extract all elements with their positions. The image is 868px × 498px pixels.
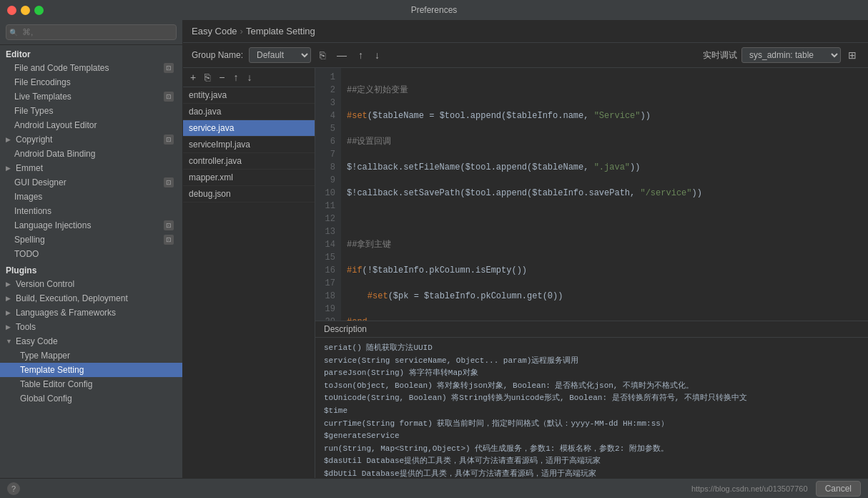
sidebar-item-file-types[interactable]: File Types	[0, 104, 182, 118]
template-item-service[interactable]: service.java	[183, 120, 315, 137]
minimize-button[interactable]	[21, 6, 30, 15]
realtime-select[interactable]: sys_admin: table	[741, 47, 841, 63]
description-area: Description seriat() 随机获取方法UUID service(…	[315, 321, 868, 478]
emmet-label: Emmet	[16, 163, 43, 173]
tools-label: Tools	[16, 322, 36, 332]
move-down-button[interactable]: ↓	[372, 48, 383, 62]
vc-arrow: ▶	[6, 280, 13, 288]
file-code-templates-indicator: ⊡	[164, 63, 174, 73]
realtime-action-button[interactable]: ⊞	[845, 48, 859, 62]
template-item-debug[interactable]: debug.json	[183, 186, 315, 202]
split-panel: + ⎘ − ↑ ↓ entity.java dao.java service.j…	[183, 68, 868, 478]
sidebar-item-template-setting[interactable]: Template Setting	[0, 363, 182, 377]
group-select[interactable]: Default	[249, 47, 311, 63]
gui-designer-indicator: ⊡	[164, 177, 174, 187]
sidebar-item-android-layout-editor[interactable]: Android Layout Editor	[0, 118, 182, 132]
breadcrumb: Easy Code › Template Setting	[183, 20, 868, 43]
sidebar-item-table-editor-config[interactable]: Table Editor Config	[0, 377, 182, 391]
code-editor[interactable]: 12345 678910 1112131415 1617181920 2122 …	[315, 68, 868, 321]
search-input[interactable]	[6, 24, 177, 40]
code-content: ##定义初始变量 #set($tableName = $tool.append(…	[341, 68, 868, 321]
ec-arrow: ▼	[6, 338, 13, 345]
sidebar-item-global-config[interactable]: Global Config	[0, 391, 182, 406]
desc-line-3: parseJson(String) 将字符串转Map对象	[324, 367, 859, 380]
desc-line-7: currTime(String format) 获取当前时间，指定时间格式（默认…	[324, 418, 859, 431]
language-injections-label: Language Injections	[14, 220, 91, 230]
template-item-serviceimpl[interactable]: serviceImpl.java	[183, 137, 315, 153]
sidebar-item-language-injections[interactable]: Language Injections ⊡	[0, 218, 182, 233]
watermark-text: https://blog.csdn.net/u013507760	[691, 484, 808, 493]
sidebar-item-languages-frameworks[interactable]: ▶ Languages & Frameworks	[0, 306, 182, 320]
sidebar-item-intentions[interactable]: Intentions	[0, 204, 182, 218]
build-arrow: ▶	[6, 295, 13, 302]
sidebar-item-file-encodings[interactable]: File Encodings	[0, 75, 182, 89]
desc-line-11: $dbUtil Database提供的工具类，具体可方法请查看源码，适用于高端玩…	[324, 468, 859, 478]
duplicate-template-button[interactable]: ⎘	[202, 71, 213, 84]
vc-label: Version Control	[16, 279, 74, 289]
spelling-indicator: ⊡	[164, 235, 174, 245]
sidebar-item-tools[interactable]: ▶ Tools	[0, 320, 182, 334]
file-code-templates-label: File and Code Templates	[14, 63, 109, 73]
breadcrumb-part2: Template Setting	[246, 26, 315, 36]
search-wrapper	[6, 24, 177, 40]
sidebar-item-version-control[interactable]: ▶ Version Control	[0, 277, 182, 291]
desc-line-9: run(String, Map<String,Object>) 代码生成服务，参…	[324, 443, 859, 456]
sidebar-item-plugins[interactable]: Plugins	[0, 261, 182, 277]
window-controls[interactable]	[7, 6, 44, 15]
sidebar-item-type-mapper[interactable]: Type Mapper	[0, 348, 182, 363]
add-template-button[interactable]: +	[187, 71, 199, 84]
sidebar-item-spelling[interactable]: Spelling ⊡	[0, 233, 182, 247]
delete-group-button[interactable]: —	[334, 48, 350, 62]
sidebar-item-gui-designer[interactable]: GUI Designer ⊡	[0, 175, 182, 190]
move-up-button[interactable]: ↑	[355, 48, 366, 62]
help-button[interactable]: ?	[7, 482, 20, 495]
template-item-dao[interactable]: dao.java	[183, 104, 315, 120]
maximize-button[interactable]	[34, 6, 44, 15]
sidebar-item-android-data-binding[interactable]: Android Data Binding	[0, 147, 182, 161]
move-template-down-button[interactable]: ↓	[244, 71, 255, 84]
move-template-up-button[interactable]: ↑	[230, 71, 241, 84]
template-item-entity[interactable]: entity.java	[183, 87, 315, 104]
sidebar-item-copyright[interactable]: ▶ Copyright ⊡	[0, 132, 182, 147]
realtime-label: 实时调试	[703, 49, 737, 62]
toolbar: Group Name: Default ⎘ — ↑ ↓ 实时调试 sys_adm…	[183, 43, 868, 68]
titlebar: Preferences	[0, 0, 868, 20]
tools-arrow: ▶	[6, 323, 13, 331]
template-list-toolbar: + ⎘ − ↑ ↓	[183, 68, 315, 87]
sidebar-item-images[interactable]: Images	[0, 190, 182, 204]
description-label: Description	[315, 321, 868, 338]
desc-line-5: toUnicode(String, Boolean) 将String转换为uni…	[324, 392, 859, 405]
breadcrumb-part1: Easy Code	[192, 26, 237, 36]
editor-panel: 12345 678910 1112131415 1617181920 2122 …	[315, 68, 868, 478]
close-button[interactable]	[7, 6, 16, 15]
template-item-mapper[interactable]: mapper.xml	[183, 170, 315, 186]
sidebar-item-live-templates[interactable]: Live Templates ⊡	[0, 89, 182, 104]
code-lines: 12345 678910 1112131415 1617181920 2122 …	[315, 68, 868, 321]
group-name-label: Group Name:	[192, 50, 243, 60]
desc-line-2: service(String serviceName, Object... pa…	[324, 355, 859, 368]
desc-line-10: $dasUtil Database提供的工具类，具体可方法请查看源码，适用于高端…	[324, 455, 859, 468]
sidebar-search-area	[0, 20, 182, 45]
breadcrumb-sep: ›	[240, 26, 243, 36]
gui-designer-label: GUI Designer	[14, 177, 66, 187]
cancel-button[interactable]: Cancel	[816, 481, 861, 497]
remove-template-button[interactable]: −	[216, 71, 227, 84]
desc-line-1: seriat() 随机获取方法UUID	[324, 342, 859, 355]
bottom-right: https://blog.csdn.net/u013507760 Cancel	[691, 481, 861, 497]
desc-line-8: $generateService	[324, 430, 859, 443]
toolbar-right: 实时调试 sys_admin: table ⊞	[703, 47, 859, 63]
description-content: seriat() 随机获取方法UUID service(String servi…	[315, 338, 868, 478]
sidebar-item-easy-code[interactable]: ▼ Easy Code	[0, 334, 182, 348]
sidebar-item-editor[interactable]: Editor	[0, 45, 182, 61]
spelling-label: Spelling	[14, 235, 45, 245]
template-item-controller[interactable]: controller.java	[183, 153, 315, 170]
sidebar-item-todo[interactable]: TODO	[0, 247, 182, 261]
sidebar-item-file-code-templates[interactable]: File and Code Templates ⊡	[0, 61, 182, 75]
lf-label: Languages & Frameworks	[16, 308, 116, 318]
sidebar-item-emmet[interactable]: ▶ Emmet	[0, 161, 182, 175]
sidebar-item-build-execution[interactable]: ▶ Build, Execution, Deployment	[0, 291, 182, 306]
copy-group-button[interactable]: ⎘	[317, 48, 328, 62]
bottom-bar: ? https://blog.csdn.net/u013507760 Cance…	[0, 478, 868, 498]
live-templates-label: Live Templates	[14, 92, 71, 102]
sidebar: Editor File and Code Templates ⊡ File En…	[0, 20, 183, 478]
